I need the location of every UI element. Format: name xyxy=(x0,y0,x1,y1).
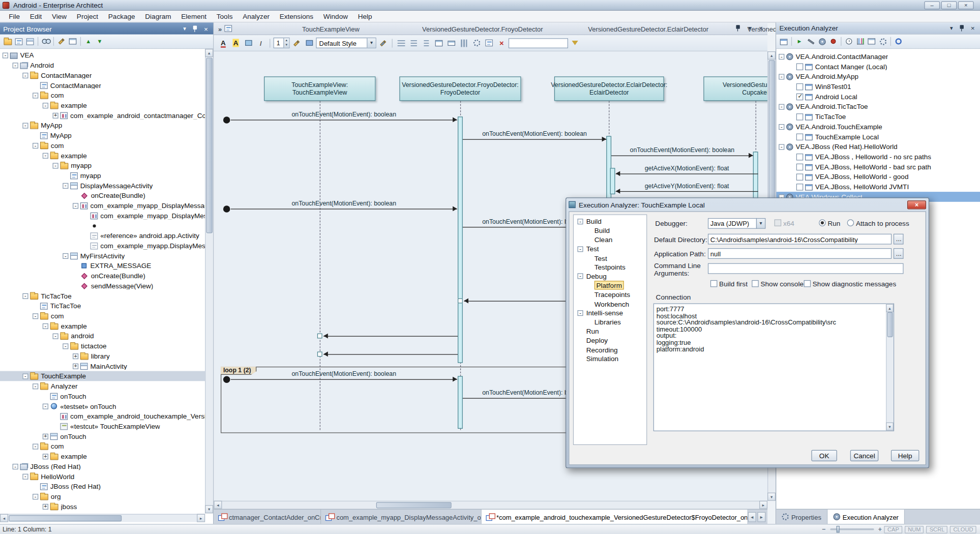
dialog-section-tracepoints[interactable]: Tracepoints xyxy=(574,290,646,299)
new-package-icon[interactable] xyxy=(2,36,13,47)
project-item-com[interactable]: -com xyxy=(0,311,205,321)
close-button[interactable] xyxy=(907,200,926,209)
help-button[interactable]: Help xyxy=(891,450,919,461)
project-item-com-example-android-contactmanager-contactadder-[interactable]: +com_example_android_contactmanager_Cont… xyxy=(0,110,205,121)
menu-file[interactable]: File xyxy=(4,11,25,21)
collapse-icon[interactable]: - xyxy=(73,203,78,209)
menu-edit[interactable]: Edit xyxy=(25,11,47,21)
lifeline-head-versionedgesturedetector-froyodetector-froyodete[interactable]: VersionedGestureDetector.FroyoDetector:F… xyxy=(399,76,521,101)
dialog-section-platform[interactable]: Platform xyxy=(574,281,646,290)
project-item-tictactoe[interactable]: -tictactoe xyxy=(0,341,205,351)
move-down-icon[interactable] xyxy=(94,36,105,47)
dialog-section-build[interactable]: -Build xyxy=(574,217,646,226)
align-right-icon[interactable] xyxy=(421,38,432,48)
menu-package[interactable]: Package xyxy=(103,11,140,21)
project-item-oncreate-bundle[interactable]: onCreate(Bundle) xyxy=(0,191,205,201)
build-icon[interactable] xyxy=(805,36,816,47)
bottom-tab-com-example-android-touchexamp[interactable]: *com_example_android_touchexample_Versio… xyxy=(481,510,748,524)
analyzer-item-vea-android-touchexample[interactable]: -VEA.Android.TouchExample xyxy=(776,122,980,132)
message-label[interactable]: onTouchEvent(MotionEvent): boolean xyxy=(291,370,396,377)
scroll-up-icon[interactable]: ▲ xyxy=(767,51,776,60)
project-item-library[interactable]: +library xyxy=(0,351,205,361)
project-item-example[interactable]: -example xyxy=(0,100,205,110)
scroll-down-icon[interactable]: ▼ xyxy=(205,505,213,513)
menu-diagram[interactable]: Diagram xyxy=(140,11,176,21)
menu-element[interactable]: Element xyxy=(176,11,211,21)
connection-vscrollbar[interactable]: ▲ ▼ xyxy=(886,304,894,431)
analyzer-item-contact-manger-local[interactable]: Contact Manger (Local) xyxy=(776,62,980,72)
zoom-slider[interactable] xyxy=(830,528,874,530)
tab-properties[interactable]: Properties xyxy=(776,510,827,524)
expand-icon[interactable]: + xyxy=(43,454,48,459)
tab-execution-analyzer[interactable]: Execution Analyzer xyxy=(827,510,905,524)
collapse-icon[interactable]: - xyxy=(779,144,784,150)
enable-checkbox[interactable] xyxy=(796,133,804,140)
project-item-tictactoe[interactable]: TicTacToe xyxy=(0,301,205,311)
project-item-helloworld[interactable]: -HelloWorld xyxy=(0,471,205,482)
analyzer-item-vea-jboss-red-hat-helloworld[interactable]: -VEA.JBoss (Red Hat).HelloWorld xyxy=(776,142,980,152)
dialog-section-recording[interactable]: Recording xyxy=(574,345,646,354)
collapse-icon[interactable]: - xyxy=(779,74,784,79)
connection-textarea[interactable]: port:7777 host:localhost source:C:\Andro… xyxy=(654,303,894,431)
analyzer-item-win8test01[interactable]: Win8Test01 xyxy=(776,81,980,92)
show-console-checkbox[interactable] xyxy=(752,280,759,287)
style-brush-icon[interactable] xyxy=(304,38,315,48)
expand-icon[interactable]: + xyxy=(73,363,78,369)
collapse-icon[interactable]: - xyxy=(33,383,38,389)
profiler-icon[interactable] xyxy=(843,36,854,47)
collapse-icon[interactable]: - xyxy=(43,323,48,329)
project-item-android[interactable]: -android xyxy=(0,331,205,341)
debug-icon[interactable] xyxy=(816,36,827,47)
document-tab-touchexampleview[interactable]: TouchExampleView xyxy=(302,25,360,33)
tab-overflow-icon[interactable]: » xyxy=(218,25,222,33)
text-highlight-icon[interactable]: A xyxy=(230,38,241,48)
collapse-icon[interactable]: - xyxy=(577,274,583,279)
analyzer-item-vea-android-tictactoe[interactable]: -VEA.Android.TicTacToe xyxy=(776,102,980,112)
ok-button[interactable]: OK xyxy=(811,450,837,461)
settings-icon[interactable] xyxy=(471,38,482,48)
dialog-section-workbench[interactable]: Workbench xyxy=(574,299,646,308)
collapse-icon[interactable]: - xyxy=(33,142,38,148)
dialog-section-test[interactable]: Test xyxy=(574,253,646,262)
project-item-reference-android-app-activity[interactable]: «reference» android.app.Activity xyxy=(0,231,205,241)
line-width-spinner[interactable]: 1 ▲▼ xyxy=(274,38,290,48)
same-height-icon[interactable] xyxy=(446,38,457,48)
record-icon[interactable] xyxy=(827,36,839,47)
build-first-checkbox[interactable] xyxy=(710,280,718,287)
collapse-icon[interactable]: - xyxy=(13,463,18,469)
align-center-icon[interactable] xyxy=(408,38,420,48)
chevron-down-icon[interactable]: ▼ xyxy=(367,38,375,47)
message-label[interactable]: getActiveX(MotionEvent): float xyxy=(645,165,729,172)
collapse-icon[interactable]: - xyxy=(22,473,28,479)
edit-icon[interactable] xyxy=(56,36,67,47)
project-item-mainactivity[interactable]: +MainActivity xyxy=(0,361,205,371)
collapse-icon[interactable]: - xyxy=(577,310,583,316)
collapse-icon[interactable]: - xyxy=(22,293,28,299)
dialog-section-simulation[interactable]: Simulation xyxy=(574,354,646,363)
message-label[interactable]: onTouchEvent(MotionEvent): boolean xyxy=(630,146,735,154)
find-in-browser-icon[interactable] xyxy=(40,36,51,47)
zoom-out-icon[interactable]: − xyxy=(822,526,825,533)
project-item-displaymessageactivity[interactable]: -DisplayMessageActivity xyxy=(0,181,205,191)
fill-color-icon[interactable] xyxy=(243,38,254,48)
scroll-up-icon[interactable]: ▲ xyxy=(205,49,213,57)
enable-checkbox[interactable] xyxy=(796,93,804,100)
scroll-right-icon[interactable]: ► xyxy=(759,501,767,509)
browse-button[interactable]: ... xyxy=(894,234,904,245)
new-script-icon[interactable] xyxy=(778,36,789,47)
scroll-right-icon[interactable]: ► xyxy=(197,514,205,522)
project-item-analyzer[interactable]: -Analyzer xyxy=(0,381,205,391)
delete-icon[interactable]: × xyxy=(496,38,507,48)
dialog-section-clean[interactable]: Clean xyxy=(574,235,646,244)
collapse-icon[interactable]: - xyxy=(33,494,38,499)
dialog-section-intelli-sense[interactable]: -Intelli-sense xyxy=(574,308,646,317)
analyzer-item-vea-android-myapp[interactable]: -VEA.Android.MyApp xyxy=(776,71,980,81)
close-icon[interactable] xyxy=(969,24,977,32)
dialog-title-bar[interactable]: Execution Analyzer: TouchExample Local xyxy=(569,199,926,210)
enable-checkbox[interactable] xyxy=(796,83,804,90)
chevron-down-icon[interactable] xyxy=(181,25,189,33)
analyzer-item-vea-jboss-helloworld-good[interactable]: VEA.JBoss, HelloWorld - good xyxy=(776,172,980,182)
pin-icon[interactable] xyxy=(734,24,743,32)
scrollbar-thumb[interactable] xyxy=(887,312,893,337)
menu-window[interactable]: Window xyxy=(318,11,353,21)
